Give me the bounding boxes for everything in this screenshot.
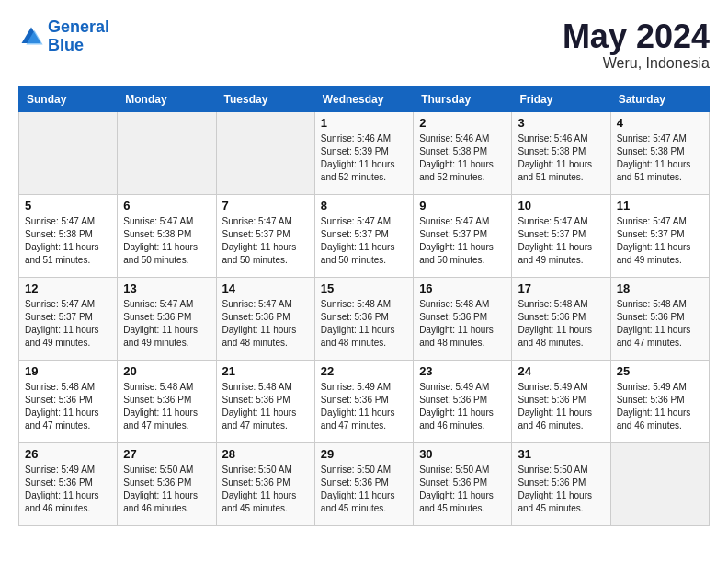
day-info: Sunrise: 5:46 AM Sunset: 5:39 PM Dayligh… [321, 132, 407, 184]
calendar-cell: 19Sunrise: 5:48 AM Sunset: 5:36 PM Dayli… [19, 360, 118, 442]
day-number: 7 [222, 199, 309, 213]
weekday-header-cell: Monday [118, 86, 216, 111]
day-info: Sunrise: 5:49 AM Sunset: 5:36 PM Dayligh… [321, 381, 407, 432]
day-info: Sunrise: 5:47 AM Sunset: 5:36 PM Dayligh… [222, 298, 309, 350]
calendar-cell: 20Sunrise: 5:48 AM Sunset: 5:36 PM Dayli… [118, 360, 216, 442]
location: Weru, Indonesia [563, 55, 710, 72]
calendar-row: 1Sunrise: 5:46 AM Sunset: 5:39 PM Daylig… [19, 111, 710, 194]
day-number: 27 [123, 447, 210, 461]
weekday-header-cell: Tuesday [216, 86, 314, 111]
day-info: Sunrise: 5:48 AM Sunset: 5:36 PM Dayligh… [617, 298, 703, 350]
month-title: May 2024 [563, 18, 710, 55]
day-number: 5 [25, 199, 111, 213]
day-number: 2 [419, 116, 506, 130]
calendar-cell: 4Sunrise: 5:47 AM Sunset: 5:38 PM Daylig… [610, 111, 709, 194]
day-number: 11 [617, 199, 703, 213]
calendar-cell: 29Sunrise: 5:50 AM Sunset: 5:36 PM Dayli… [314, 442, 413, 525]
calendar-row: 5Sunrise: 5:47 AM Sunset: 5:38 PM Daylig… [19, 194, 710, 277]
day-number: 22 [321, 364, 407, 378]
day-info: Sunrise: 5:47 AM Sunset: 5:38 PM Dayligh… [25, 215, 111, 267]
day-number: 6 [123, 199, 210, 213]
logo-line1: General [48, 17, 109, 36]
calendar-row: 19Sunrise: 5:48 AM Sunset: 5:36 PM Dayli… [19, 360, 710, 442]
day-number: 26 [25, 447, 111, 461]
calendar-cell: 30Sunrise: 5:50 AM Sunset: 5:36 PM Dayli… [414, 442, 512, 525]
calendar-row: 26Sunrise: 5:49 AM Sunset: 5:36 PM Dayli… [19, 442, 710, 525]
day-info: Sunrise: 5:48 AM Sunset: 5:36 PM Dayligh… [518, 298, 604, 350]
weekday-header-cell: Sunday [19, 86, 118, 111]
day-info: Sunrise: 5:48 AM Sunset: 5:36 PM Dayligh… [25, 381, 111, 432]
page-header: General Blue May 2024 Weru, Indonesia [18, 18, 710, 72]
day-info: Sunrise: 5:50 AM Sunset: 5:36 PM Dayligh… [222, 464, 309, 515]
day-number: 12 [25, 282, 111, 295]
day-number: 15 [321, 282, 407, 295]
weekday-header-cell: Friday [512, 86, 610, 111]
calendar-cell: 14Sunrise: 5:47 AM Sunset: 5:36 PM Dayli… [216, 277, 314, 360]
calendar-cell: 27Sunrise: 5:50 AM Sunset: 5:36 PM Dayli… [118, 442, 216, 525]
day-number: 31 [518, 447, 604, 461]
calendar-cell: 17Sunrise: 5:48 AM Sunset: 5:36 PM Dayli… [512, 277, 610, 360]
day-number: 8 [321, 199, 407, 213]
day-info: Sunrise: 5:49 AM Sunset: 5:36 PM Dayligh… [617, 381, 703, 432]
day-info: Sunrise: 5:47 AM Sunset: 5:37 PM Dayligh… [518, 215, 604, 267]
day-info: Sunrise: 5:47 AM Sunset: 5:37 PM Dayligh… [222, 215, 309, 267]
calendar-cell: 11Sunrise: 5:47 AM Sunset: 5:37 PM Dayli… [610, 194, 709, 277]
calendar-table: SundayMondayTuesdayWednesdayThursdayFrid… [18, 86, 710, 526]
calendar-cell: 21Sunrise: 5:48 AM Sunset: 5:36 PM Dayli… [216, 360, 314, 442]
day-info: Sunrise: 5:50 AM Sunset: 5:36 PM Dayligh… [321, 464, 407, 515]
calendar-cell: 6Sunrise: 5:47 AM Sunset: 5:38 PM Daylig… [118, 194, 216, 277]
calendar-cell: 15Sunrise: 5:48 AM Sunset: 5:36 PM Dayli… [314, 277, 413, 360]
day-number: 30 [419, 447, 506, 461]
day-number: 24 [518, 364, 604, 378]
logo: General Blue [18, 18, 109, 55]
calendar-cell: 10Sunrise: 5:47 AM Sunset: 5:37 PM Dayli… [512, 194, 610, 277]
day-number: 25 [617, 364, 703, 378]
calendar-cell: 26Sunrise: 5:49 AM Sunset: 5:36 PM Dayli… [19, 442, 118, 525]
day-info: Sunrise: 5:48 AM Sunset: 5:36 PM Dayligh… [321, 298, 407, 350]
logo-icon [18, 24, 44, 50]
day-number: 23 [419, 364, 506, 378]
day-number: 4 [617, 116, 703, 130]
calendar-cell: 28Sunrise: 5:50 AM Sunset: 5:36 PM Dayli… [216, 442, 314, 525]
day-number: 28 [222, 447, 309, 461]
calendar-cell: 18Sunrise: 5:48 AM Sunset: 5:36 PM Dayli… [610, 277, 709, 360]
day-number: 3 [518, 116, 604, 130]
calendar-cell [19, 111, 118, 194]
calendar-cell: 31Sunrise: 5:50 AM Sunset: 5:36 PM Dayli… [512, 442, 610, 525]
calendar-cell: 25Sunrise: 5:49 AM Sunset: 5:36 PM Dayli… [610, 360, 709, 442]
calendar-cell: 5Sunrise: 5:47 AM Sunset: 5:38 PM Daylig… [19, 194, 118, 277]
day-info: Sunrise: 5:49 AM Sunset: 5:36 PM Dayligh… [518, 381, 604, 432]
day-number: 13 [123, 282, 210, 295]
day-number: 21 [222, 364, 309, 378]
day-info: Sunrise: 5:49 AM Sunset: 5:36 PM Dayligh… [25, 464, 111, 515]
calendar-cell: 22Sunrise: 5:49 AM Sunset: 5:36 PM Dayli… [314, 360, 413, 442]
day-info: Sunrise: 5:47 AM Sunset: 5:37 PM Dayligh… [321, 215, 407, 267]
weekday-header-cell: Wednesday [314, 86, 413, 111]
calendar-body: 1Sunrise: 5:46 AM Sunset: 5:39 PM Daylig… [19, 111, 710, 525]
day-number: 19 [25, 364, 111, 378]
calendar-cell: 9Sunrise: 5:47 AM Sunset: 5:37 PM Daylig… [414, 194, 512, 277]
day-info: Sunrise: 5:48 AM Sunset: 5:36 PM Dayligh… [222, 381, 309, 432]
day-info: Sunrise: 5:47 AM Sunset: 5:37 PM Dayligh… [419, 215, 506, 267]
day-info: Sunrise: 5:46 AM Sunset: 5:38 PM Dayligh… [419, 132, 506, 184]
calendar-cell: 23Sunrise: 5:49 AM Sunset: 5:36 PM Dayli… [414, 360, 512, 442]
calendar-row: 12Sunrise: 5:47 AM Sunset: 5:37 PM Dayli… [19, 277, 710, 360]
day-info: Sunrise: 5:46 AM Sunset: 5:38 PM Dayligh… [518, 132, 604, 184]
calendar-cell: 7Sunrise: 5:47 AM Sunset: 5:37 PM Daylig… [216, 194, 314, 277]
calendar-cell: 24Sunrise: 5:49 AM Sunset: 5:36 PM Dayli… [512, 360, 610, 442]
title-block: May 2024 Weru, Indonesia [563, 18, 710, 72]
day-info: Sunrise: 5:48 AM Sunset: 5:36 PM Dayligh… [419, 298, 506, 350]
day-info: Sunrise: 5:47 AM Sunset: 5:37 PM Dayligh… [25, 298, 111, 350]
day-number: 14 [222, 282, 309, 295]
weekday-header-row: SundayMondayTuesdayWednesdayThursdayFrid… [19, 86, 710, 111]
day-number: 29 [321, 447, 407, 461]
calendar-cell: 8Sunrise: 5:47 AM Sunset: 5:37 PM Daylig… [314, 194, 413, 277]
logo-text: General Blue [48, 18, 109, 55]
calendar-cell [118, 111, 216, 194]
weekday-header-cell: Saturday [610, 86, 709, 111]
day-number: 16 [419, 282, 506, 295]
calendar-cell: 16Sunrise: 5:48 AM Sunset: 5:36 PM Dayli… [414, 277, 512, 360]
day-number: 20 [123, 364, 210, 378]
calendar-cell: 2Sunrise: 5:46 AM Sunset: 5:38 PM Daylig… [414, 111, 512, 194]
day-number: 1 [321, 116, 407, 130]
